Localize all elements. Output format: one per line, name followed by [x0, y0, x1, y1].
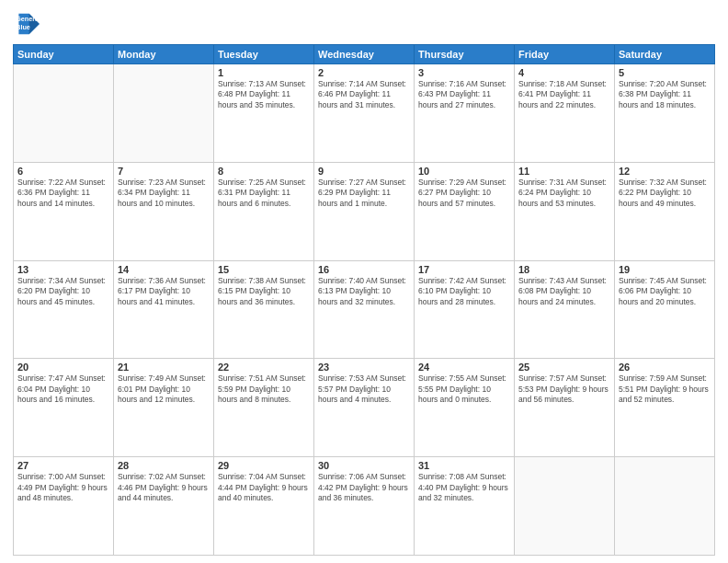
- day-number: 12: [619, 166, 711, 177]
- day-cell: 6Sunrise: 7:22 AM Sunset: 6:36 PM Daylig…: [14, 162, 114, 260]
- day-info: Sunrise: 7:14 AM Sunset: 6:46 PM Dayligh…: [318, 79, 410, 110]
- day-cell: 10Sunrise: 7:29 AM Sunset: 6:27 PM Dayli…: [415, 162, 515, 260]
- day-number: 5: [619, 67, 711, 78]
- day-cell: 11Sunrise: 7:31 AM Sunset: 6:24 PM Dayli…: [515, 162, 615, 260]
- day-info: Sunrise: 7:18 AM Sunset: 6:41 PM Dayligh…: [518, 79, 610, 110]
- day-info: Sunrise: 7:42 AM Sunset: 6:10 PM Dayligh…: [418, 276, 510, 307]
- day-number: 18: [518, 264, 610, 275]
- day-info: Sunrise: 7:22 AM Sunset: 6:36 PM Dayligh…: [17, 178, 109, 209]
- week-row-2: 6Sunrise: 7:22 AM Sunset: 6:36 PM Daylig…: [14, 162, 715, 260]
- day-cell: 16Sunrise: 7:40 AM Sunset: 6:13 PM Dayli…: [314, 260, 415, 359]
- day-info: Sunrise: 7:04 AM Sunset: 4:44 PM Dayligh…: [218, 472, 310, 503]
- day-cell: 20Sunrise: 7:47 AM Sunset: 6:04 PM Dayli…: [14, 359, 114, 457]
- day-cell: 9Sunrise: 7:27 AM Sunset: 6:29 PM Daylig…: [314, 162, 415, 260]
- day-number: 22: [218, 362, 310, 373]
- day-cell: 24Sunrise: 7:55 AM Sunset: 5:55 PM Dayli…: [415, 359, 515, 457]
- day-number: 15: [218, 264, 310, 275]
- day-number: 7: [118, 166, 210, 177]
- day-info: Sunrise: 7:59 AM Sunset: 5:51 PM Dayligh…: [619, 373, 711, 405]
- day-number: 27: [17, 460, 109, 471]
- day-cell: 19Sunrise: 7:45 AM Sunset: 6:06 PM Dayli…: [615, 260, 715, 359]
- day-info: Sunrise: 7:43 AM Sunset: 6:08 PM Dayligh…: [518, 276, 610, 307]
- day-info: Sunrise: 7:34 AM Sunset: 6:20 PM Dayligh…: [17, 276, 109, 307]
- day-info: Sunrise: 7:53 AM Sunset: 5:57 PM Dayligh…: [318, 373, 410, 405]
- day-cell: 26Sunrise: 7:59 AM Sunset: 5:51 PM Dayli…: [615, 359, 715, 457]
- day-cell: [615, 457, 715, 556]
- day-number: 14: [118, 264, 210, 275]
- day-number: 9: [318, 166, 410, 177]
- logo: General Blue: [13, 9, 46, 39]
- day-number: 1: [218, 67, 310, 78]
- day-info: Sunrise: 7:00 AM Sunset: 4:49 PM Dayligh…: [17, 472, 109, 503]
- day-number: 19: [619, 264, 711, 275]
- day-info: Sunrise: 7:51 AM Sunset: 5:59 PM Dayligh…: [218, 373, 310, 405]
- day-info: Sunrise: 7:08 AM Sunset: 4:40 PM Dayligh…: [418, 472, 510, 503]
- day-number: 25: [518, 362, 610, 373]
- day-cell: [114, 64, 214, 163]
- day-info: Sunrise: 7:32 AM Sunset: 6:22 PM Dayligh…: [619, 178, 711, 209]
- day-number: 23: [318, 362, 410, 373]
- week-row-5: 27Sunrise: 7:00 AM Sunset: 4:49 PM Dayli…: [14, 457, 715, 556]
- day-number: 2: [318, 67, 410, 78]
- weekday-friday: Friday: [515, 45, 615, 64]
- weekday-tuesday: Tuesday: [214, 45, 314, 64]
- day-cell: 25Sunrise: 7:57 AM Sunset: 5:53 PM Dayli…: [515, 359, 615, 457]
- day-cell: 14Sunrise: 7:36 AM Sunset: 6:17 PM Dayli…: [114, 260, 214, 359]
- day-cell: 5Sunrise: 7:20 AM Sunset: 6:38 PM Daylig…: [615, 64, 715, 163]
- day-cell: 15Sunrise: 7:38 AM Sunset: 6:15 PM Dayli…: [214, 260, 314, 359]
- day-number: 28: [118, 460, 210, 471]
- day-info: Sunrise: 7:20 AM Sunset: 6:38 PM Dayligh…: [619, 79, 711, 110]
- day-info: Sunrise: 7:16 AM Sunset: 6:43 PM Dayligh…: [418, 79, 510, 110]
- day-number: 3: [418, 67, 510, 78]
- page: General Blue SundayMondayTuesdayWednesda…: [0, 0, 728, 563]
- day-cell: 23Sunrise: 7:53 AM Sunset: 5:57 PM Dayli…: [314, 359, 415, 457]
- weekday-monday: Monday: [114, 45, 214, 64]
- day-info: Sunrise: 7:13 AM Sunset: 6:48 PM Dayligh…: [218, 79, 310, 110]
- day-info: Sunrise: 7:47 AM Sunset: 6:04 PM Dayligh…: [17, 373, 109, 405]
- day-cell: 29Sunrise: 7:04 AM Sunset: 4:44 PM Dayli…: [214, 457, 314, 556]
- day-cell: 13Sunrise: 7:34 AM Sunset: 6:20 PM Dayli…: [14, 260, 114, 359]
- day-cell: 3Sunrise: 7:16 AM Sunset: 6:43 PM Daylig…: [415, 64, 515, 163]
- day-info: Sunrise: 7:57 AM Sunset: 5:53 PM Dayligh…: [518, 373, 610, 405]
- calendar: SundayMondayTuesdayWednesdayThursdayFrid…: [13, 44, 715, 556]
- day-number: 10: [418, 166, 510, 177]
- day-cell: 28Sunrise: 7:02 AM Sunset: 4:46 PM Dayli…: [114, 457, 214, 556]
- svg-text:General: General: [16, 15, 40, 23]
- day-cell: 7Sunrise: 7:23 AM Sunset: 6:34 PM Daylig…: [114, 162, 214, 260]
- day-number: 31: [418, 460, 510, 471]
- day-number: 29: [218, 460, 310, 471]
- day-info: Sunrise: 7:40 AM Sunset: 6:13 PM Dayligh…: [318, 276, 410, 307]
- day-number: 13: [17, 264, 109, 275]
- day-cell: 17Sunrise: 7:42 AM Sunset: 6:10 PM Dayli…: [415, 260, 515, 359]
- weekday-header-row: SundayMondayTuesdayWednesdayThursdayFrid…: [14, 45, 715, 64]
- day-number: 6: [17, 166, 109, 177]
- week-row-3: 13Sunrise: 7:34 AM Sunset: 6:20 PM Dayli…: [14, 260, 715, 359]
- day-cell: 30Sunrise: 7:06 AM Sunset: 4:42 PM Dayli…: [314, 457, 415, 556]
- day-cell: [14, 64, 114, 163]
- day-number: 4: [518, 67, 610, 78]
- day-number: 30: [318, 460, 410, 471]
- logo-icon: General Blue: [13, 9, 42, 39]
- day-cell: 12Sunrise: 7:32 AM Sunset: 6:22 PM Dayli…: [615, 162, 715, 260]
- week-row-4: 20Sunrise: 7:47 AM Sunset: 6:04 PM Dayli…: [14, 359, 715, 457]
- day-info: Sunrise: 7:23 AM Sunset: 6:34 PM Dayligh…: [118, 178, 210, 209]
- day-info: Sunrise: 7:27 AM Sunset: 6:29 PM Dayligh…: [318, 178, 410, 209]
- svg-text:Blue: Blue: [16, 23, 30, 31]
- weekday-thursday: Thursday: [415, 45, 515, 64]
- day-cell: [515, 457, 615, 556]
- day-cell: 1Sunrise: 7:13 AM Sunset: 6:48 PM Daylig…: [214, 64, 314, 163]
- day-number: 8: [218, 166, 310, 177]
- week-row-1: 1Sunrise: 7:13 AM Sunset: 6:48 PM Daylig…: [14, 64, 715, 163]
- day-info: Sunrise: 7:38 AM Sunset: 6:15 PM Dayligh…: [218, 276, 310, 307]
- day-info: Sunrise: 7:36 AM Sunset: 6:17 PM Dayligh…: [118, 276, 210, 307]
- day-info: Sunrise: 7:06 AM Sunset: 4:42 PM Dayligh…: [318, 472, 410, 503]
- day-number: 21: [118, 362, 210, 373]
- day-cell: 27Sunrise: 7:00 AM Sunset: 4:49 PM Dayli…: [14, 457, 114, 556]
- weekday-saturday: Saturday: [615, 45, 715, 64]
- header: General Blue: [13, 9, 715, 39]
- day-cell: 8Sunrise: 7:25 AM Sunset: 6:31 PM Daylig…: [214, 162, 314, 260]
- weekday-sunday: Sunday: [14, 45, 114, 64]
- day-number: 11: [518, 166, 610, 177]
- day-number: 17: [418, 264, 510, 275]
- day-info: Sunrise: 7:45 AM Sunset: 6:06 PM Dayligh…: [619, 276, 711, 307]
